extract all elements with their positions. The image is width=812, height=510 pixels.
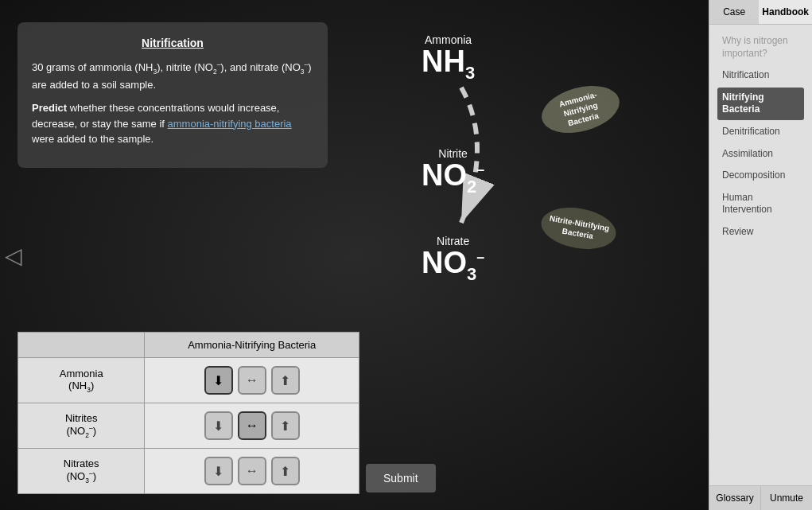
nitrites-same-btn[interactable]: ↔ — [238, 411, 266, 440]
sidebar-nav: Why is nitrogen important? Nitrification… — [709, 25, 812, 485]
nitrite-bacteria-label: Nitrite-NitrifyingBacteria — [547, 213, 610, 244]
nitrites-row-buttons: ⬇ ↔ ⬆ — [145, 403, 359, 449]
table-row-nitrites: Nitrites(NO2–) ⬇ ↔ ⬆ — [18, 403, 359, 449]
tab-handbook[interactable]: Handbook — [759, 0, 812, 24]
ammonia-chem-label: Ammonia NH3 — [422, 33, 475, 82]
ammonia-bacteria-label: Ammonia-NitrifyingBacteria — [544, 86, 616, 133]
info-box-predict: Predict whether these concentrations wou… — [32, 100, 313, 147]
ammonia-bacteria-ellipse: Ammonia-NitrifyingBacteria — [537, 78, 625, 141]
nitrite-bacteria-blob: Nitrite-NitrifyingBacteria — [541, 208, 616, 248]
nitrates-row-buttons: ⬇ ↔ ⬆ — [145, 449, 359, 494]
nitrates-btn-group: ⬇ ↔ ⬆ — [151, 457, 352, 485]
info-box-line1: 30 grams of ammonia (NH3), nitrite (NO2–… — [32, 60, 313, 92]
back-arrow-btn[interactable]: ◁ — [5, 242, 22, 268]
nitrate-formula: NO3– — [422, 247, 484, 283]
reaction-table-area: Ammonia-Nitrifying Bacteria Ammonia(NH3)… — [17, 332, 359, 494]
sidebar-item-review[interactable]: Review — [717, 222, 804, 243]
table-row-ammonia: Ammonia(NH3) ⬇ ↔ ⬆ — [18, 358, 359, 403]
sidebar-item-denitrification[interactable]: Denitrification — [717, 122, 804, 142]
nitrates-same-btn[interactable]: ↔ — [238, 457, 266, 485]
submit-button[interactable]: Submit — [366, 464, 436, 492]
ammonia-btn-group: ⬇ ↔ ⬆ — [151, 366, 352, 395]
ammonia-down-btn[interactable]: ⬇ — [204, 366, 233, 395]
nitrite-bacteria-ellipse: Nitrite-NitrifyingBacteria — [538, 202, 619, 255]
sidebar-item-why-nitrogen[interactable]: Why is nitrogen important? — [717, 31, 804, 64]
sidebar-tabs: Case Handbook — [709, 0, 812, 25]
predict-word: Predict — [32, 102, 67, 114]
nitrite-formula: NO2– — [422, 160, 484, 196]
sidebar-item-nitrifying-bacteria[interactable]: Nitrifying Bacteria — [717, 88, 804, 120]
info-box: Nitrification 30 grams of ammonia (NH3),… — [17, 22, 328, 168]
nitrites-up-btn[interactable]: ⬆ — [271, 411, 300, 440]
sidebar-footer: Glossary Unmute — [709, 485, 812, 510]
reaction-table: Ammonia-Nitrifying Bacteria Ammonia(NH3)… — [17, 332, 359, 494]
nitrates-down-btn[interactable]: ⬇ — [204, 457, 233, 485]
sidebar: Case Handbook Why is nitrogen important?… — [709, 0, 812, 510]
table-row-nitrates: Nitrates(NO3–) ⬇ ↔ ⬆ — [18, 449, 359, 494]
ammonia-formula: NH3 — [422, 46, 475, 82]
sidebar-item-human-intervention[interactable]: Human Intervention — [717, 188, 804, 220]
nitrates-up-btn[interactable]: ⬆ — [271, 457, 300, 485]
unmute-button[interactable]: Unmute — [761, 486, 812, 510]
ammonia-bacteria-link[interactable]: ammonia-nitrifying bacteria — [168, 118, 292, 130]
nitrites-down-btn[interactable]: ⬇ — [204, 411, 233, 440]
nitrite-chem-label: Nitrite NO2– — [422, 147, 484, 196]
tab-case[interactable]: Case — [709, 0, 759, 24]
ammonia-row-buttons: ⬇ ↔ ⬆ — [145, 358, 359, 403]
info-box-title: Nitrification — [32, 35, 313, 52]
ammonia-row-label: Ammonia(NH3) — [18, 358, 145, 403]
sidebar-item-nitrification[interactable]: Nitrification — [717, 65, 804, 86]
nitrites-row-label: Nitrites(NO2–) — [18, 403, 145, 449]
ammonia-up-btn[interactable]: ⬆ — [271, 366, 300, 395]
table-bacteria-header: Ammonia-Nitrifying Bacteria — [145, 333, 359, 358]
ammonia-bacteria-blob: Ammonia-NitrifyingBacteria — [541, 88, 620, 131]
main-content: Nitrification 30 grams of ammonia (NH3),… — [0, 0, 709, 510]
nitrites-btn-group: ⬇ ↔ ⬆ — [151, 411, 352, 440]
nitrate-chem-label: Nitrate NO3– — [422, 235, 484, 283]
glossary-button[interactable]: Glossary — [709, 486, 761, 510]
table-empty-header — [18, 333, 145, 358]
sidebar-item-assimilation[interactable]: Assimilation — [717, 144, 804, 165]
ammonia-same-btn[interactable]: ↔ — [238, 366, 266, 395]
sidebar-item-decomposition[interactable]: Decomposition — [717, 165, 804, 186]
nitrates-row-label: Nitrates(NO3–) — [18, 449, 145, 494]
